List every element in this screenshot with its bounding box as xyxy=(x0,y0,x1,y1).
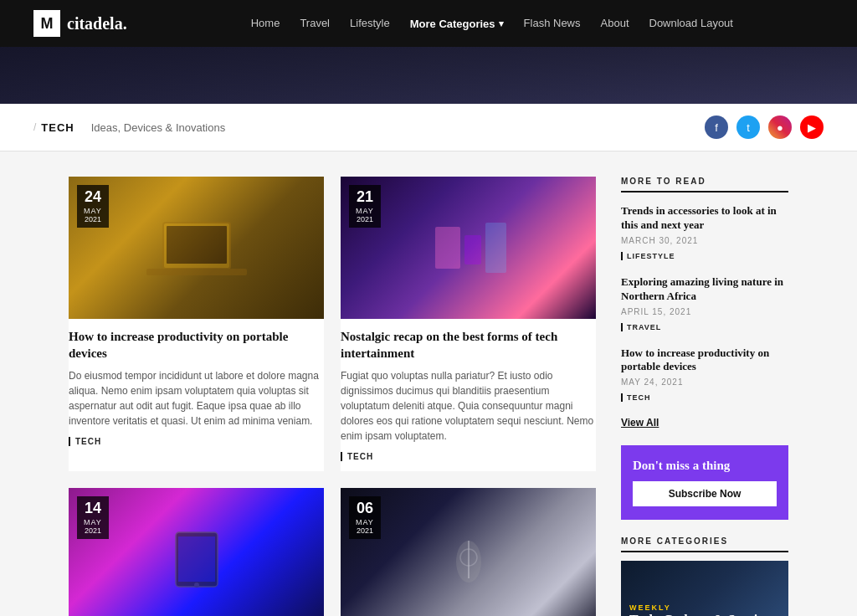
tech-header: / TECH Ideas, Devices & Inovations f t ●… xyxy=(0,104,857,151)
subscribe-title: Don't miss a thing xyxy=(633,459,777,473)
article-tag-tech-2[interactable]: TECH xyxy=(341,452,373,461)
article-tags-1: TECH xyxy=(69,437,324,446)
sidebar-article-3: How to increase productivity on portable… xyxy=(621,346,788,404)
date-badge-1: 24 MAY 2021 xyxy=(77,185,109,228)
main-container: 24 MAY 2021 How to increase pro xyxy=(52,151,805,616)
article-card-2: 21 MAY 2021 Nostalgic recap on the best … xyxy=(341,177,596,471)
sidebar-article-title-3[interactable]: How to increase productivity on portable… xyxy=(621,346,788,375)
breadcrumb-slash: / xyxy=(33,121,36,133)
sidebar-article-title-2[interactable]: Exploring amazing living nature in North… xyxy=(621,275,788,304)
sidebar-article-1: Trends in accessories to look at in this… xyxy=(621,204,788,262)
more-to-read-section: MORE TO READ Trends in accessories to lo… xyxy=(621,177,788,429)
svg-rect-5 xyxy=(485,223,506,273)
nav-links: Home Travel Lifestyle More Categories Fl… xyxy=(161,17,824,30)
tech-tagline: Ideas, Devices & Inovations xyxy=(91,121,705,134)
articles-top-row: 24 MAY 2021 How to increase pro xyxy=(69,177,596,471)
more-to-read-title: MORE TO READ xyxy=(621,177,788,192)
sidebar-article-2: Exploring amazing living nature in North… xyxy=(621,275,788,333)
sidebar-article-tag-1[interactable]: LIFESTYLE xyxy=(621,252,675,260)
sidebar: MORE TO READ Trends in accessories to lo… xyxy=(621,177,788,616)
article-body-1: How to increase productivity on portable… xyxy=(69,319,324,456)
social-icons: f t ● ▶ xyxy=(705,116,824,139)
article-body-2: Nostalgic recap on the best forms of tec… xyxy=(341,319,596,471)
logo-text: citadela. xyxy=(67,14,127,33)
sidebar-article-date-3: MAY 24, 2021 xyxy=(621,377,788,387)
sidebar-article-date-1: MARCH 30, 2021 xyxy=(621,236,788,245)
subscribe-box: Don't miss a thing Subscribe Now xyxy=(621,445,788,520)
nav-lifestyle[interactable]: Lifestyle xyxy=(350,17,390,29)
svg-rect-7 xyxy=(178,536,215,582)
view-all-link[interactable]: View All xyxy=(621,417,788,429)
article-image-4[interactable]: 06 MAY 2021 xyxy=(341,488,596,616)
articles-grid: 24 MAY 2021 How to increase pro xyxy=(69,177,596,616)
tech-label: TECH xyxy=(41,121,74,134)
category-card-title: Tech, Gadgets & Services xyxy=(629,612,780,616)
svg-point-8 xyxy=(194,583,199,588)
article-title-2[interactable]: Nostalgic recap on the best forms of tec… xyxy=(341,329,596,362)
sidebar-article-tag-3[interactable]: TECH xyxy=(621,393,651,402)
navbar: M citadela. Home Travel Lifestyle More C… xyxy=(0,0,857,47)
nav-flash-news[interactable]: Flash News xyxy=(524,17,581,29)
logo-icon: M xyxy=(33,10,60,37)
article-excerpt-2: Fugiat quo voluptas nulla pariatur? Et i… xyxy=(341,368,596,444)
article-image-1[interactable]: 24 MAY 2021 xyxy=(69,177,324,319)
more-categories-title: MORE CATEGORIES xyxy=(621,536,788,552)
sidebar-article-date-2: APRIL 15, 2021 xyxy=(621,307,788,316)
breadcrumb: / TECH xyxy=(33,121,74,134)
article-tags-2: TECH xyxy=(341,452,596,461)
hero-banner xyxy=(0,47,857,104)
youtube-icon[interactable]: ▶ xyxy=(800,116,824,139)
articles-bottom-row: 14 MAY 2021 New generation of the best t… xyxy=(69,488,596,616)
nav-more-categories[interactable]: More Categories xyxy=(410,18,504,30)
nav-home[interactable]: Home xyxy=(251,17,280,29)
svg-rect-4 xyxy=(464,235,481,264)
article-image-3[interactable]: 14 MAY 2021 xyxy=(69,488,324,616)
date-badge-2: 21 MAY 2021 xyxy=(349,185,381,228)
subscribe-button[interactable]: Subscribe Now xyxy=(633,481,777,506)
sidebar-article-tag-2[interactable]: TRAVEL xyxy=(621,323,661,331)
article-card-1: 24 MAY 2021 How to increase pro xyxy=(69,177,324,471)
article-title-1[interactable]: How to increase productivity on portable… xyxy=(69,329,324,362)
logo[interactable]: M citadela. xyxy=(33,10,127,37)
date-badge-3: 14 MAY 2021 xyxy=(77,496,109,539)
sidebar-article-title-1[interactable]: Trends in accessories to look at in this… xyxy=(621,204,788,233)
svg-rect-3 xyxy=(435,227,460,269)
nav-download-layout[interactable]: Download Layout xyxy=(649,17,733,29)
instagram-icon[interactable]: ● xyxy=(768,116,792,139)
article-excerpt-1: Do eiusmod tempor incididunt ut labore e… xyxy=(69,368,324,429)
article-image-2[interactable]: 21 MAY 2021 xyxy=(341,177,596,319)
article-card-4: 06 MAY 2021 Overview of upcoming tech co… xyxy=(341,488,596,616)
category-card[interactable]: WEEKLY Tech, Gadgets & Services xyxy=(621,561,788,616)
svg-rect-2 xyxy=(146,269,247,275)
more-categories-section: MORE CATEGORIES WEEKLY Tech, Gadgets & S… xyxy=(621,536,788,616)
article-tag-tech[interactable]: TECH xyxy=(69,437,101,446)
weekly-label: WEEKLY xyxy=(629,603,780,612)
svg-rect-1 xyxy=(167,226,227,264)
facebook-icon[interactable]: f xyxy=(705,116,728,139)
nav-travel[interactable]: Travel xyxy=(300,17,330,29)
article-card-3: 14 MAY 2021 New generation of the best t… xyxy=(69,488,324,616)
nav-about[interactable]: About xyxy=(601,17,629,29)
twitter-icon[interactable]: t xyxy=(736,116,760,139)
date-badge-4: 06 MAY 2021 xyxy=(349,496,381,539)
